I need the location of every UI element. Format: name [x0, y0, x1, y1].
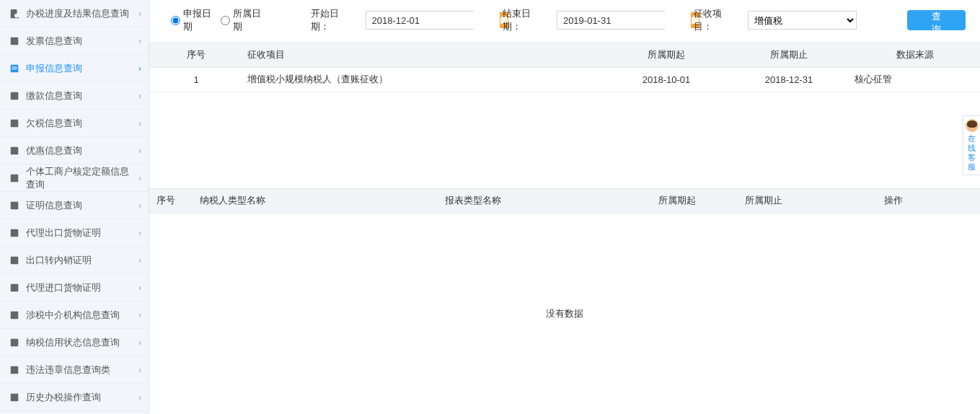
- sidebar-item-violation[interactable]: 违法违章信息查询类 ›: [0, 356, 149, 384]
- sidebar-label: 代理出口货物证明: [26, 226, 138, 239]
- cell-end: 2018-12-31: [728, 67, 850, 92]
- svg-rect-10: [11, 174, 19, 182]
- col2-seq: 序号: [149, 189, 200, 213]
- col-source: 数据来源: [850, 43, 980, 67]
- chevron-right-icon: ›: [138, 282, 141, 293]
- radio-period-input[interactable]: [221, 16, 230, 25]
- svg-rect-12: [11, 229, 19, 237]
- chevron-right-icon: ›: [138, 392, 141, 402]
- arrears-icon: [9, 118, 20, 129]
- chevron-right-icon: ›: [138, 63, 141, 74]
- sidebar-label: 纳税信用状态信息查询: [26, 336, 138, 349]
- results-table-1: 序号 征收项目 所属期起 所属期止 数据来源 1 增值税小规模纳税人（查账征收）…: [149, 43, 980, 92]
- col-start: 所属期起: [605, 43, 728, 67]
- svg-rect-7: [11, 92, 19, 100]
- sidebar-item-progress[interactable]: 办税进度及结果信息查询 ›: [0, 0, 149, 27]
- sidebar-label: 代理进口货物证明: [26, 281, 138, 294]
- document-search-icon: [9, 8, 20, 19]
- radio-declare-date[interactable]: 申报日期: [171, 7, 218, 33]
- sidebar-item-arrears[interactable]: 欠税信息查询 ›: [0, 110, 149, 137]
- project-label: 征收项目：: [694, 7, 738, 33]
- sidebar-item-proof[interactable]: 证明信息查询 ›: [0, 192, 149, 219]
- chevron-right-icon: ›: [138, 200, 141, 211]
- chevron-right-icon: ›: [138, 172, 141, 183]
- results-table-2: 序号 纳税人类型名称 报表类型名称 所属期起 所属期止 操作 没有数据: [149, 188, 980, 415]
- credit-icon: [9, 337, 20, 348]
- svg-rect-15: [11, 311, 19, 319]
- sidebar-label: 历史办税操作查询: [26, 391, 138, 404]
- sidebar-item-declaration[interactable]: 申报信息查询 ›: [0, 55, 149, 82]
- sidebar-item-invoice[interactable]: 发票信息查询 ›: [0, 27, 149, 55]
- svg-rect-13: [11, 256, 19, 264]
- sidebar-label: 缴款信息查询: [26, 89, 138, 102]
- end-date-input[interactable]: [557, 12, 690, 29]
- sidebar-label: 申报信息查询: [26, 62, 138, 75]
- sidebar-item-payment[interactable]: 缴款信息查询 ›: [0, 82, 149, 110]
- radio-period-date[interactable]: 所属日期: [221, 7, 268, 33]
- filter-bar: 申报日期 所属日期 开始日期： 结束日期： 征收项目： 增值税: [149, 0, 980, 43]
- support-widget[interactable]: 在线客服: [963, 115, 980, 175]
- chevron-right-icon: ›: [138, 337, 141, 348]
- col2-action: 操作: [807, 189, 980, 213]
- import-icon: [9, 282, 20, 294]
- chevron-right-icon: ›: [138, 8, 141, 19]
- start-date-field[interactable]: [366, 11, 474, 30]
- sidebar-item-import-agent[interactable]: 代理进口货物证明 ›: [0, 274, 149, 301]
- sidebar-item-discount[interactable]: 优惠信息查询 ›: [0, 137, 149, 164]
- intermediary-icon: [9, 309, 20, 321]
- svg-rect-8: [11, 119, 19, 127]
- col-seq: 序号: [149, 43, 243, 67]
- discount-icon: [9, 145, 20, 157]
- cell-start: 2018-10-01: [605, 67, 728, 92]
- col-end: 所属期止: [728, 43, 850, 67]
- sidebar-item-individual[interactable]: 个体工商户核定定额信息查询 ›: [0, 164, 149, 192]
- history-icon: [9, 392, 20, 403]
- sidebar-item-intermediary[interactable]: 涉税中介机构信息查询 ›: [0, 301, 149, 329]
- chevron-right-icon: ›: [138, 255, 141, 265]
- payment-icon: [9, 90, 20, 102]
- svg-rect-5: [12, 66, 17, 67]
- end-date-field[interactable]: [557, 11, 665, 30]
- sidebar-item-export-domestic[interactable]: 出口转内销证明 ›: [0, 247, 149, 274]
- spacer: [149, 92, 980, 188]
- col-project: 征收项目: [243, 43, 605, 67]
- svg-rect-11: [11, 201, 19, 209]
- sidebar-label: 发票信息查询: [26, 35, 138, 48]
- svg-rect-9: [11, 146, 19, 154]
- col2-end: 所属期止: [720, 189, 807, 213]
- sidebar-item-credit[interactable]: 纳税信用状态信息查询 ›: [0, 329, 149, 356]
- main-content: 申报日期 所属日期 开始日期： 结束日期： 征收项目： 增值税: [149, 0, 980, 414]
- sidebar-item-export-agent[interactable]: 代理出口货物证明 ›: [0, 219, 149, 247]
- sidebar-label: 欠税信息查询: [26, 117, 138, 130]
- individual-icon: [9, 172, 20, 184]
- cell-source: 核心征管: [850, 67, 980, 92]
- sidebar-item-history[interactable]: 历史办税操作查询 ›: [0, 384, 149, 411]
- violation-icon: [9, 364, 20, 376]
- sidebar-label: 违法违章信息查询类: [26, 364, 138, 376]
- cell-project: 增值税小规模纳税人（查账征收）: [243, 67, 605, 92]
- svg-rect-14: [11, 283, 19, 291]
- start-date-input[interactable]: [366, 12, 499, 29]
- query-button[interactable]: 查询: [907, 10, 966, 30]
- support-avatar-icon: [966, 119, 979, 132]
- support-label: 在线客服: [968, 134, 976, 171]
- radio-declare-input[interactable]: [171, 16, 180, 25]
- svg-rect-17: [11, 366, 19, 374]
- sidebar-label: 证明信息查询: [26, 199, 138, 212]
- no-data-message: 没有数据: [149, 213, 980, 414]
- project-select[interactable]: 增值税: [748, 11, 857, 30]
- svg-rect-18: [11, 393, 19, 401]
- sidebar-label: 出口转内销证明: [26, 254, 138, 267]
- sidebar: 办税进度及结果信息查询 › 发票信息查询 › 申报信息查询 › 缴款信息查询 ›…: [0, 0, 149, 414]
- chevron-right-icon: ›: [138, 90, 141, 101]
- chevron-right-icon: ›: [138, 364, 141, 375]
- sidebar-label: 个体工商户核定定额信息查询: [26, 165, 138, 191]
- end-date-label: 结束日期：: [503, 7, 547, 33]
- chevron-right-icon: ›: [138, 35, 141, 46]
- cell-seq: 1: [149, 67, 243, 92]
- project-select-wrap: 增值税: [748, 11, 857, 30]
- chevron-right-icon: ›: [138, 145, 141, 156]
- svg-rect-6: [12, 69, 17, 69]
- table-row[interactable]: 1 增值税小规模纳税人（查账征收） 2018-10-01 2018-12-31 …: [149, 67, 980, 92]
- col2-report: 报表类型名称: [445, 189, 634, 213]
